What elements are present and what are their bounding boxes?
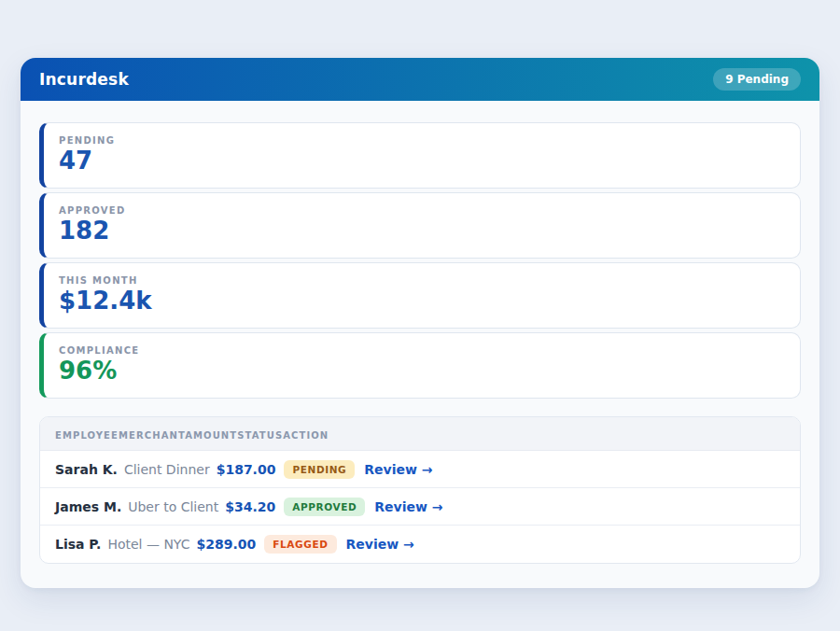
- merchant-name: Client Dinner: [124, 462, 210, 477]
- employee-name: James M.: [55, 499, 121, 514]
- expense-amount: $289.00: [196, 537, 256, 552]
- stat-value: 182: [59, 217, 785, 245]
- stat-label: APPROVED: [59, 205, 785, 216]
- table-row: Sarah K. Client Dinner $187.00 PENDING R…: [40, 451, 800, 488]
- stat-card-approved: APPROVED 182: [39, 192, 801, 259]
- app-window: Incurdesk 9 Pending PENDING 47 APPROVED …: [21, 58, 819, 588]
- status-badge: PENDING: [284, 460, 355, 479]
- stat-card-compliance: COMPLIANCE 96%: [39, 332, 801, 399]
- table-row: James M. Uber to Client $34.20 APPROVED …: [40, 488, 800, 526]
- expense-amount: $187.00: [217, 462, 276, 477]
- stat-label: THIS MONTH: [59, 275, 785, 286]
- status-badge: FLAGGED: [264, 535, 336, 554]
- column-header-employee: EMPLOYEE: [55, 430, 119, 441]
- review-link[interactable]: Review →: [364, 462, 432, 477]
- expense-amount: $34.20: [225, 499, 275, 514]
- stat-card-pending: PENDING 47: [39, 122, 801, 189]
- table-row: Lisa P. Hotel — NYC $289.00 FLAGGED Revi…: [40, 526, 800, 563]
- review-link[interactable]: Review →: [346, 537, 414, 552]
- stat-value: 96%: [59, 358, 785, 386]
- employee-name: Lisa P.: [55, 537, 101, 552]
- expenses-table: EMPLOYEEMERCHANTAMOUNTSTATUSACTION Sarah…: [39, 416, 801, 564]
- app-title: Incurdesk: [39, 70, 129, 89]
- app-header: Incurdesk 9 Pending: [21, 58, 819, 101]
- merchant-name: Uber to Client: [128, 499, 218, 514]
- column-header-amount: AMOUNT: [185, 430, 237, 441]
- app-body: PENDING 47 APPROVED 182 THIS MONTH $12.4…: [21, 101, 819, 588]
- stat-value: $12.4k: [59, 287, 785, 316]
- merchant-name: Hotel — NYC: [107, 537, 189, 552]
- pending-count-badge[interactable]: 9 Pending: [713, 68, 801, 91]
- employee-name: Sarah K.: [55, 462, 118, 477]
- column-header-merchant: MERCHANT: [119, 430, 185, 441]
- stat-value: 47: [59, 147, 785, 175]
- column-header-action: ACTION: [283, 430, 329, 441]
- column-header-status: STATUS: [237, 430, 283, 441]
- status-badge: APPROVED: [284, 498, 365, 516]
- stat-label: PENDING: [59, 135, 785, 146]
- table-header-row: EMPLOYEEMERCHANTAMOUNTSTATUSACTION: [40, 417, 800, 451]
- stat-label: COMPLIANCE: [59, 345, 785, 356]
- review-link[interactable]: Review →: [374, 499, 442, 514]
- stat-card-this-month: THIS MONTH $12.4k: [39, 262, 801, 329]
